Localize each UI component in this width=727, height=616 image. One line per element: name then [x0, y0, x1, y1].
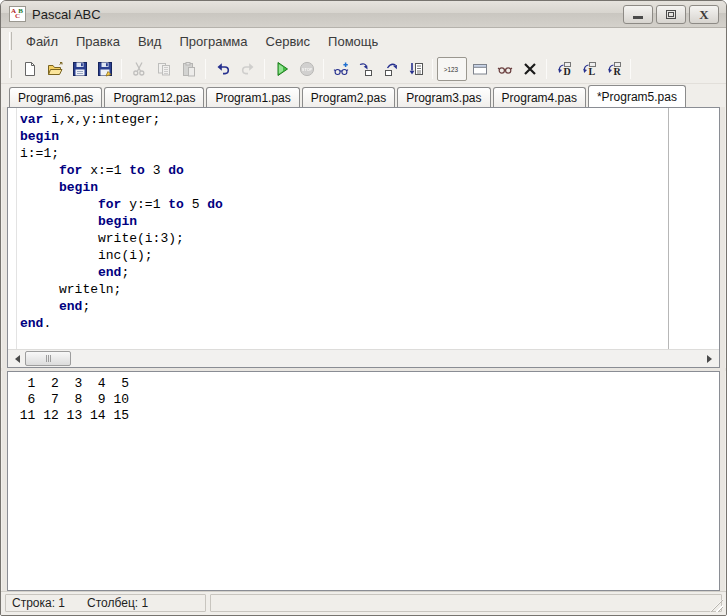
toolbar-separator	[630, 59, 631, 79]
new-file-icon	[21, 61, 39, 77]
close-button[interactable]: X	[689, 5, 719, 24]
status-line: Строка: 1	[12, 596, 65, 610]
code-line: end.	[20, 315, 223, 332]
gutter-divider	[16, 108, 17, 349]
cut-icon	[130, 61, 148, 77]
dock-r-icon: R	[605, 61, 623, 77]
menu-item-1[interactable]: Правка	[67, 30, 129, 53]
code-line: begin	[20, 128, 223, 145]
menu-item-5[interactable]: Помощь	[319, 30, 387, 53]
tab-program3-pas[interactable]: Program3.pas	[397, 87, 490, 107]
clear-output-button[interactable]	[517, 57, 542, 81]
step-over-icon	[382, 61, 400, 77]
minimize-button[interactable]	[623, 5, 653, 24]
menu-item-3[interactable]: Программа	[170, 30, 256, 53]
goto-list-icon	[407, 61, 425, 77]
menu-item-2[interactable]: Вид	[129, 30, 171, 53]
toolbar-grip[interactable]	[9, 60, 12, 78]
menu-item-0[interactable]: Файл	[17, 30, 67, 53]
tab-bar: Program6.pasProgram12.pasProgram1.pasPro…	[1, 84, 726, 107]
tab-program6-pas[interactable]: Program6.pas	[9, 87, 102, 107]
dock-down-button[interactable]: D	[551, 57, 576, 81]
save-all-button[interactable]	[92, 57, 117, 81]
code-text: var i,x,y:integer;begini:=1; for x:=1 to…	[20, 111, 223, 332]
code-editor[interactable]: var i,x,y:integer;begini:=1; for x:=1 to…	[8, 108, 719, 349]
redo-icon	[239, 61, 257, 77]
code-line: writeln;	[20, 281, 223, 298]
tab-program5-pas[interactable]: *Program5.pas	[588, 85, 686, 107]
scroll-right-icon	[707, 355, 716, 363]
open-file-button[interactable]	[42, 57, 67, 81]
output-line: 6 7 8 9 10	[12, 392, 129, 408]
menu-grip[interactable]	[9, 32, 12, 50]
new-file-button[interactable]	[17, 57, 42, 81]
output-window-button[interactable]	[467, 57, 492, 81]
stop-program-button[interactable]: STOP	[294, 57, 319, 81]
run-icon	[273, 61, 291, 77]
goto-list-button[interactable]	[403, 57, 428, 81]
add-watch-icon	[332, 61, 350, 77]
open-folder-icon	[46, 61, 64, 77]
code-line: begin	[20, 213, 223, 230]
step-into-button[interactable]	[353, 57, 378, 81]
output-line: 11 12 13 14 15	[12, 408, 129, 424]
window-title: Pascal ABC	[32, 7, 101, 22]
maximize-button[interactable]	[656, 5, 686, 24]
status-position-panel: Строка: 1 Столбец: 1	[5, 594, 206, 612]
watch-icon	[496, 61, 514, 77]
code-line: write(i:3);	[20, 230, 223, 247]
code-line: for y:=1 to 5 do	[20, 196, 223, 213]
save-all-icon	[96, 61, 114, 77]
editor-panel: var i,x,y:integer;begini:=1; for x:=1 to…	[7, 107, 720, 368]
cut-button[interactable]	[126, 57, 151, 81]
output-text: 1 2 3 4 5 6 7 8 9 10 11 12 13 14 15	[12, 376, 129, 424]
close-x-icon	[521, 61, 539, 77]
output-panel[interactable]: 1 2 3 4 5 6 7 8 9 10 11 12 13 14 15	[7, 371, 720, 591]
svg-text:>123: >123	[444, 65, 459, 72]
tab-program12-pas[interactable]: Program12.pas	[104, 87, 204, 107]
toolbar-separator	[205, 59, 206, 79]
window-controls: X	[623, 5, 719, 24]
svg-text:L: L	[588, 66, 595, 77]
dock-l-icon: L	[580, 61, 598, 77]
dock-d-icon: D	[555, 61, 573, 77]
tab-program4-pas[interactable]: Program4.pas	[493, 87, 586, 107]
scroll-left-button[interactable]	[8, 350, 25, 367]
save-file-button[interactable]	[67, 57, 92, 81]
format-output-button[interactable]: >123	[437, 57, 467, 81]
copy-button[interactable]	[151, 57, 176, 81]
scroll-left-icon	[11, 355, 20, 363]
scroll-right-button[interactable]	[702, 350, 719, 367]
tab-program1-pas[interactable]: Program1.pas	[206, 87, 299, 107]
toolbar-separator	[432, 59, 433, 79]
minimize-icon	[633, 16, 643, 19]
dock-right-button[interactable]: R	[601, 57, 626, 81]
code-line: var i,x,y:integer;	[20, 111, 223, 128]
step-into-icon	[357, 61, 375, 77]
undo-button[interactable]	[210, 57, 235, 81]
menu-item-4[interactable]: Сервис	[257, 30, 320, 53]
stop-icon: STOP	[298, 61, 316, 77]
editor-horizontal-scrollbar[interactable]	[8, 349, 719, 367]
scrollbar-thumb[interactable]	[25, 351, 71, 366]
title-bar[interactable]: A B C Pascal ABC X	[1, 1, 726, 28]
add-watch-button[interactable]	[328, 57, 353, 81]
maximize-icon	[666, 10, 676, 19]
status-bar: Строка: 1 Столбец: 1	[1, 591, 726, 615]
svg-text:STOP: STOP	[301, 67, 312, 71]
redo-button[interactable]	[235, 57, 260, 81]
run-program-button[interactable]	[269, 57, 294, 81]
tab-program2-pas[interactable]: Program2.pas	[302, 87, 395, 107]
toolbar-separator	[121, 59, 122, 79]
app-icon: A B C	[9, 6, 26, 22]
app-icon-letter-c: C	[15, 13, 20, 20]
save-icon	[71, 61, 89, 77]
dock-left-button[interactable]: L	[576, 57, 601, 81]
code-line: end;	[20, 264, 223, 281]
toolbar-separator	[546, 59, 547, 79]
paste-button[interactable]	[176, 57, 201, 81]
status-column: Столбец: 1	[87, 596, 148, 610]
step-over-button[interactable]	[378, 57, 403, 81]
watch-window-button[interactable]	[492, 57, 517, 81]
code-line: end;	[20, 298, 223, 315]
